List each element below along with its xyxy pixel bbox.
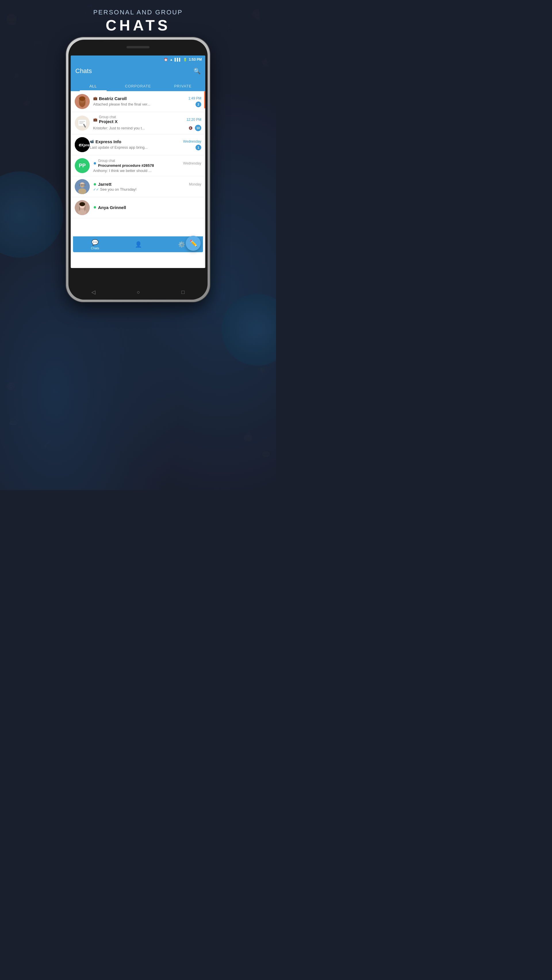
chat-name-projectx: Project X xyxy=(99,119,118,124)
nav-chats-label: Chats xyxy=(91,247,99,250)
avatar-procurement: PP xyxy=(75,158,90,173)
alarm-icon: ⏰ xyxy=(164,58,168,62)
page-header: PERSONAL AND GROUP CHATS xyxy=(0,9,276,34)
chat-name-row-procurement: Group chat Procurement procedure #26578 xyxy=(93,159,154,168)
chat-nav-icon: 💬 xyxy=(91,239,99,246)
android-nav-bar: ◁ ○ □ xyxy=(71,285,205,300)
battery-icon: 🔋 xyxy=(183,58,187,62)
chat-name-beatriz: Beatriz Caroll xyxy=(99,96,127,101)
chat-preview-express: Last update of Express app bring... xyxy=(90,145,194,150)
recent-button[interactable]: □ xyxy=(181,289,185,295)
chat-bottom-row-express: Last update of Express app bring... 1 xyxy=(90,145,201,150)
double-check-jarrett: ✓✓ xyxy=(93,188,99,191)
chat-content-procurement: Group chat Procurement procedure #26578 … xyxy=(93,159,201,173)
briefcase-icon-beatriz: 💼 xyxy=(93,96,97,100)
chat-time-beatriz: 1:49 PM xyxy=(188,96,201,100)
chat-name-anya: Anya Grinnell xyxy=(98,205,126,210)
online-dot-procurement xyxy=(93,162,97,165)
chat-bottom-row-procurement: Anthony: I think we better should ... xyxy=(93,169,201,173)
chat-bottom-row-beatriz: Attached please find the final ver... 2 xyxy=(93,102,201,107)
mute-icon-projectx: 🔇 xyxy=(189,126,192,130)
phone-screen: ⏰ ▲ ▌▌▌ 🔋 1:53 PM Chats 🔍 ALL xyxy=(71,56,205,268)
chat-item-procurement[interactable]: PP Group chat Procurement procedure #265… xyxy=(71,155,205,176)
status-time: 1:53 PM xyxy=(189,57,202,62)
svg-point-15 xyxy=(78,188,86,194)
chat-badge-beatriz: 2 xyxy=(196,102,201,107)
chat-top-row-jarrett: Jarrett Monday xyxy=(93,182,201,187)
compose-fab-button[interactable]: ✏️ xyxy=(186,236,200,251)
chat-preview-procurement: Anthony: I think we better should ... xyxy=(93,169,201,173)
status-bar: ⏰ ▲ ▌▌▌ 🔋 1:53 PM xyxy=(71,56,205,64)
chat-badge-projectx: 10 xyxy=(195,125,201,131)
svg-point-22 xyxy=(80,202,85,206)
chat-preview-beatriz: Attached please find the final ver... xyxy=(93,102,194,107)
chat-name-row-express: 📹 Express Info xyxy=(90,139,121,144)
avatar-beatriz xyxy=(75,94,90,109)
chat-badge-express: 1 xyxy=(196,145,201,150)
signal-icon: ▌▌▌ xyxy=(175,58,181,61)
tab-corporate[interactable]: CORPORATE xyxy=(116,84,161,91)
nav-settings[interactable]: ⚙️ xyxy=(178,241,185,248)
nav-chats[interactable]: 💬 Chats xyxy=(91,239,99,250)
nav-contacts[interactable]: 👤 xyxy=(135,241,142,248)
chat-item-projectx[interactable]: 💼 Group chat Project X 12:20 PM Kristofe… xyxy=(71,112,205,134)
compose-icon: ✏️ xyxy=(189,240,197,247)
chat-name-jarrett: Jarrett xyxy=(98,182,111,187)
chat-preview-projectx: Kristofer: Just to remind you t... xyxy=(93,126,189,130)
chat-bottom-row-projectx: Kristofer: Just to remind you t... 🔇 10 xyxy=(93,125,201,131)
tab-all[interactable]: ALL xyxy=(71,84,116,91)
svg-rect-5 xyxy=(78,119,86,126)
header-title: CHATS xyxy=(0,17,276,34)
avatar-jarrett xyxy=(75,179,90,194)
chat-name-procurement: Procurement procedure #26578 xyxy=(98,163,154,168)
settings-nav-icon: ⚙️ xyxy=(178,241,185,248)
chat-top-row-express: 📹 Express Info Wednesday xyxy=(90,139,201,144)
tab-private[interactable]: PRIVATE xyxy=(161,84,205,91)
chat-top-row-projectx: 💼 Group chat Project X 12:20 PM xyxy=(93,115,201,124)
avatar-projectx xyxy=(75,116,90,130)
chat-time-projectx: 12:20 PM xyxy=(186,118,201,122)
phone-speaker xyxy=(127,46,150,48)
contacts-nav-icon: 👤 xyxy=(135,241,142,248)
chat-name-express: Express Info xyxy=(95,139,121,144)
chat-time-procurement: Wednesday xyxy=(183,161,201,165)
phone-outer: ⏰ ▲ ▌▌▌ 🔋 1:53 PM Chats 🔍 ALL xyxy=(66,37,210,302)
chat-content-express: 📹 Express Info Wednesday Last update of … xyxy=(90,139,201,150)
chat-content-beatriz: 💼 Beatriz Caroll 1:49 PM Attached please… xyxy=(93,96,201,107)
app-header: Chats 🔍 xyxy=(71,64,205,78)
chat-bottom-row-jarrett: ✓✓ See you on Thursday! xyxy=(93,187,201,191)
chat-name-row-projectx: 💼 Group chat Project X xyxy=(93,115,118,124)
chat-top-row-procurement: Group chat Procurement procedure #26578 … xyxy=(93,159,201,168)
chat-item-jarrett[interactable]: Jarrett Monday ✓✓ See you on Thursday! xyxy=(71,176,205,197)
chat-content-projectx: 💼 Group chat Project X 12:20 PM Kristofe… xyxy=(93,115,201,131)
chat-name-row-jarrett: Jarrett xyxy=(93,182,111,187)
back-button[interactable]: ◁ xyxy=(91,289,95,295)
tabs-bar: ALL CORPORATE PRIVATE xyxy=(71,78,205,91)
header-subtitle: PERSONAL AND GROUP xyxy=(0,9,276,16)
chat-time-express: Wednesday xyxy=(183,140,201,143)
svg-point-21 xyxy=(78,209,86,215)
chat-name-row-beatriz: 💼 Beatriz Caroll xyxy=(93,96,127,101)
scroll-thumb xyxy=(204,91,205,108)
chat-content-jarrett: Jarrett Monday ✓✓ See you on Thursday! xyxy=(93,182,201,191)
chat-top-row-beatriz: 💼 Beatriz Caroll 1:49 PM xyxy=(93,96,201,101)
phone-inner: ⏰ ▲ ▌▌▌ 🔋 1:53 PM Chats 🔍 ALL xyxy=(68,40,208,300)
bottom-nav: 💬 Chats 👤 ⚙️ xyxy=(73,236,203,252)
svg-text:Xpress: Xpress xyxy=(81,143,90,147)
chat-item-express[interactable]: e Xpress 📹 Express Info Wednesday xyxy=(71,134,205,155)
briefcase-icon-projectx: 💼 xyxy=(93,118,97,122)
chat-item-anya[interactable]: Anya Grinnell xyxy=(71,197,205,218)
home-button[interactable]: ○ xyxy=(137,289,140,295)
chat-name-row-anya: Anya Grinnell xyxy=(93,205,126,210)
chat-preview-jarrett: See you on Thursday! xyxy=(100,187,201,191)
avatar-express: e Xpress xyxy=(75,137,90,152)
chat-item-beatriz[interactable]: 💼 Beatriz Caroll 1:49 PM Attached please… xyxy=(71,91,205,112)
avatar-anya xyxy=(75,200,90,215)
group-label-procurement: Group chat xyxy=(98,159,154,163)
wifi-icon: ▲ xyxy=(170,58,173,61)
phone-device: ⏰ ▲ ▌▌▌ 🔋 1:53 PM Chats 🔍 ALL xyxy=(66,37,210,302)
scroll-indicator[interactable] xyxy=(204,91,205,268)
video-icon-express: 📹 xyxy=(90,140,94,143)
chat-top-row-anya: Anya Grinnell xyxy=(93,205,201,210)
search-button[interactable]: 🔍 xyxy=(194,68,200,75)
